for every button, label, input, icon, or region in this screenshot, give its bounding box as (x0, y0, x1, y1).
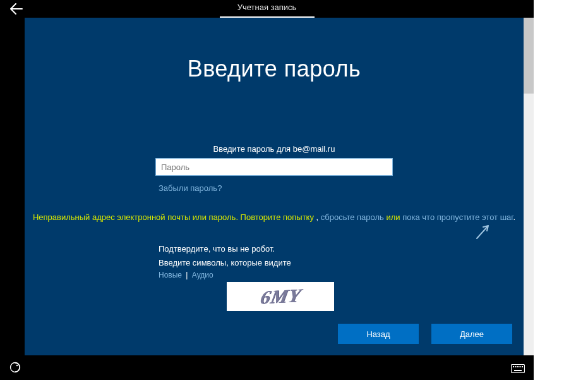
svg-point-1 (16, 365, 18, 366)
page-title: Введите пароль (25, 56, 524, 82)
keyboard-icon[interactable] (511, 364, 525, 374)
password-prompt: Введите пароль для be@mail.ru (25, 144, 524, 154)
reset-password-link[interactable]: сбросьте пароль (321, 212, 384, 222)
svg-rect-4 (515, 366, 517, 367)
skip-step-link[interactable]: пока что пропустите этот шаг (402, 212, 513, 222)
captcha-text: 6MY (258, 285, 303, 308)
tab-account[interactable]: Учетная запись (220, 3, 315, 16)
error-or: или (384, 212, 402, 222)
error-message: Неправильный адрес электронной почты или… (25, 212, 524, 222)
captcha-links: Новые | Аудио (159, 271, 213, 279)
svg-rect-5 (517, 366, 519, 367)
svg-rect-8 (514, 370, 522, 371)
password-input[interactable] (155, 158, 393, 176)
svg-rect-6 (520, 366, 521, 367)
captcha-confirm-label: Подтвердите, что вы не робот. (159, 244, 275, 254)
next-button[interactable]: Далее (431, 324, 512, 344)
error-comma: , (314, 212, 321, 222)
captcha-separator: | (186, 271, 188, 279)
annotation-arrow-icon (472, 223, 491, 242)
scrollbar-thumb[interactable] (524, 18, 534, 94)
oobe-window: Учетная запись Введите пароль Введите па… (0, 0, 534, 380)
content-panel: Введите пароль Введите пароль для be@mai… (25, 18, 524, 355)
captcha-instruction: Введите символы, которые видите (159, 258, 291, 267)
captcha-new-link[interactable]: Новые (159, 271, 182, 279)
captcha-audio-link[interactable]: Аудио (192, 271, 213, 279)
svg-rect-7 (522, 366, 523, 367)
scrollbar-track[interactable] (524, 18, 534, 355)
ease-of-access-icon[interactable] (9, 361, 21, 374)
back-button[interactable]: Назад (338, 324, 419, 344)
back-arrow-icon[interactable] (9, 3, 24, 15)
svg-rect-3 (513, 366, 514, 367)
error-text: Неправильный адрес электронной почты или… (33, 212, 314, 222)
error-dot: . (513, 212, 515, 222)
captcha-image: 6MY (227, 282, 334, 311)
bottom-bar (0, 355, 534, 380)
title-bar: Учетная запись (0, 0, 534, 18)
svg-rect-2 (512, 365, 525, 373)
forgot-password-link[interactable]: Забыли пароль? (159, 183, 222, 193)
